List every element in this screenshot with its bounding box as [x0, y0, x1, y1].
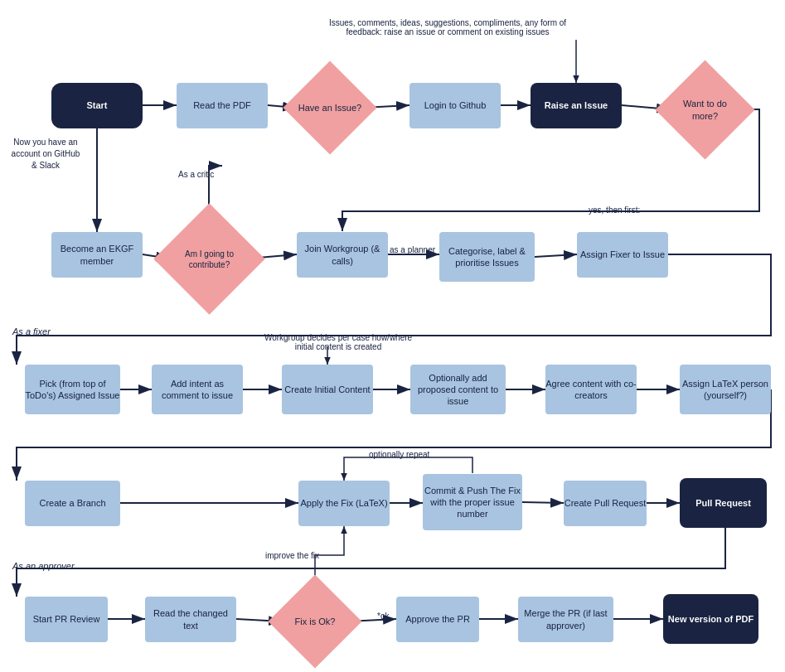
have-issue-node: Have an Issue?: [283, 60, 376, 154]
agree-content-node: Agree content with co-creators: [545, 365, 637, 414]
add-intent-node: Add intent as comment to issue: [152, 365, 243, 414]
create-branch-node: Create a Branch: [25, 481, 120, 526]
start-node: Start: [51, 83, 143, 128]
merge-pr-node: Merge the PR (if last approver): [518, 597, 613, 642]
pull-request-node: Pull Request: [680, 478, 767, 528]
become-member-node: Become an EKGF member: [51, 232, 143, 278]
assign-fixer-node: Assign Fixer to Issue: [577, 232, 668, 278]
flowchart-diagram: Issues, comments, ideas, suggestions, co…: [0, 0, 785, 672]
improve-fix-label: improve the fix: [265, 551, 319, 560]
optionally-repeat-label: optionally repeat: [369, 450, 429, 459]
assign-latex-node: Assign LaTeX person (yourself?): [680, 365, 771, 414]
create-pr-node: Create Pull Request: [564, 481, 647, 526]
going-contribute-node: Am I going to contribute?: [153, 203, 264, 314]
commit-push-node: Commit & Push The Fix with the proper is…: [423, 474, 522, 530]
apply-fix-node: Apply the Fix (LaTeX): [298, 481, 390, 526]
svg-line-20: [522, 502, 564, 503]
workgroup-decides-label: Workgroup decides per case how/where ini…: [255, 333, 421, 351]
as-fixer-label: As a fixer: [12, 326, 51, 336]
account-note: Now you have an account on GitHub & Slac…: [8, 137, 83, 172]
login-github-node: Login to Github: [409, 83, 501, 128]
as-planner-label: as a planner: [390, 245, 435, 254]
join-workgroup-node: Join Workgroup (& calls): [297, 232, 388, 278]
as-critic-label: As a critic: [178, 170, 214, 179]
yes-then-first-label: yes, then first:: [589, 205, 640, 215]
ok-label: *ok: [377, 612, 389, 621]
read-pdf-node: Read the PDF: [177, 83, 268, 128]
fix-ok-node: Fix is Ok?: [268, 574, 361, 668]
pick-issue-node: Pick (from top of ToDo's) Assigned Issue: [25, 365, 120, 414]
want-more-node: Want to do more?: [655, 60, 754, 159]
as-approver-label: As an approver: [12, 561, 75, 571]
new-version-node: New version of PDF: [663, 594, 758, 644]
start-pr-node: Start PR Review: [25, 597, 108, 642]
optionally-add-node: Optionally add proposed content to issue: [410, 365, 506, 414]
create-initial-node: Create Initial Content: [282, 365, 373, 414]
approve-pr-node: Approve the PR: [396, 597, 479, 642]
feedback-note-label: Issues, comments, ideas, suggestions, co…: [323, 18, 572, 36]
categorise-node: Categorise, label & prioritise Issues: [439, 232, 535, 282]
raise-issue-node: Raise an Issue: [531, 83, 622, 128]
svg-line-11: [535, 254, 577, 257]
read-changed-node: Read the changed text: [145, 597, 236, 642]
